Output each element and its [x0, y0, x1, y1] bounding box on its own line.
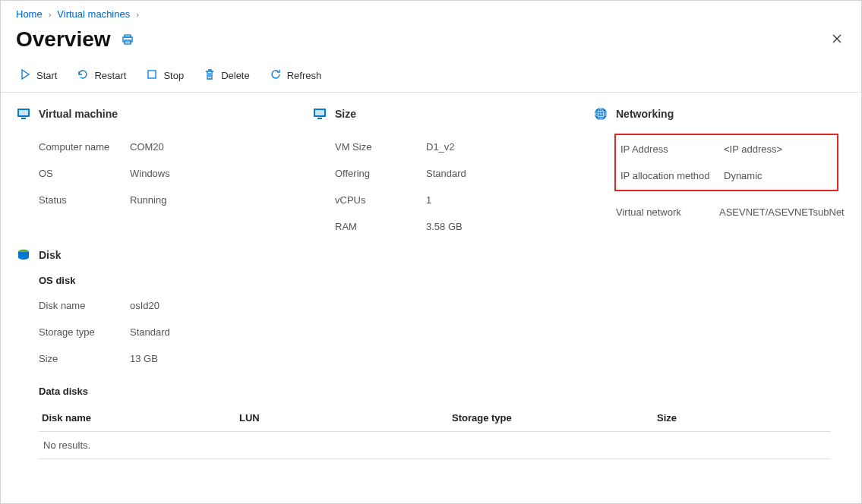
- svg-rect-5: [19, 110, 28, 115]
- offering-label: Offering: [335, 168, 426, 179]
- disk-name-value: osId20: [130, 300, 159, 311]
- refresh-icon: [270, 68, 282, 83]
- ip-allocation-label: IP allocation method: [620, 170, 724, 181]
- size-section: Size VM Size D1_v2 Offering Standard vCP…: [312, 106, 586, 240]
- status-label: Status: [39, 194, 130, 206]
- chevron-right-icon: ›: [49, 10, 52, 19]
- breadcrumb-virtual-machines[interactable]: Virtual machines: [57, 8, 130, 20]
- refresh-label: Refresh: [287, 70, 322, 81]
- vm-status-row: Status Running: [16, 187, 305, 213]
- disk-icon: [16, 247, 31, 263]
- storage-type-label: Storage type: [39, 326, 130, 338]
- vm-size-label: VM Size: [335, 141, 426, 153]
- restart-button[interactable]: Restart: [74, 67, 129, 84]
- ram-value: 3.58 GB: [426, 221, 463, 232]
- networking-section: Networking IP Address <IP address> IP al…: [593, 106, 846, 240]
- virtual-network-label: Virtual network: [616, 206, 719, 218]
- page-header: Overview: [1, 24, 861, 59]
- size-section-title: Size: [335, 108, 356, 120]
- vm-section: Virtual machine Computer name COM20 OS W…: [16, 106, 305, 240]
- virtual-network-value: ASEVNET/ASEVNETsubNet: [719, 206, 845, 218]
- vm-size-row: VM Size D1_v2: [312, 134, 586, 160]
- col-storage-type: Storage type: [452, 412, 657, 424]
- disk-size-row: Size 13 GB: [16, 345, 846, 372]
- print-icon[interactable]: [122, 33, 134, 46]
- col-lun: LUN: [239, 412, 452, 424]
- svg-rect-8: [315, 110, 324, 115]
- ip-allocation-value: Dynamic: [724, 170, 763, 181]
- refresh-button[interactable]: Refresh: [267, 67, 325, 84]
- chevron-right-icon: ›: [136, 10, 139, 19]
- data-disks-subtitle: Data disks: [39, 386, 846, 397]
- ip-allocation-row: IP allocation method Dynamic: [620, 162, 832, 189]
- offering-row: Offering Standard: [312, 160, 586, 187]
- no-results-row: No results.: [39, 432, 831, 459]
- os-disk-subtitle: OS disk: [39, 275, 846, 286]
- breadcrumb-home[interactable]: Home: [16, 8, 43, 20]
- disk-section: Disk OS disk Disk name osId20 Storage ty…: [1, 240, 861, 459]
- stop-icon: [146, 68, 158, 83]
- storage-type-row: Storage type Standard: [16, 319, 846, 345]
- ram-row: RAM 3.58 GB: [312, 213, 586, 240]
- restart-icon: [77, 68, 89, 83]
- stop-button[interactable]: Stop: [143, 67, 187, 84]
- stop-label: Stop: [163, 70, 184, 81]
- ip-address-row: IP Address <IP address>: [620, 136, 832, 162]
- vm-os-row: OS Windows: [16, 160, 305, 187]
- close-button[interactable]: [828, 30, 846, 50]
- trash-icon: [204, 68, 216, 83]
- status-value: Running: [130, 194, 166, 206]
- vm-computer-name-row: Computer name COM20: [16, 134, 305, 160]
- vcpus-row: vCPUs 1: [312, 187, 586, 213]
- disk-size-label: Size: [39, 353, 130, 364]
- disk-name-label: Disk name: [39, 300, 130, 311]
- ip-address-label: IP Address: [620, 143, 724, 155]
- delete-label: Delete: [221, 70, 250, 81]
- ram-label: RAM: [335, 221, 426, 232]
- toolbar: Start Restart Stop Delete Refresh: [1, 59, 861, 93]
- os-value: Windows: [130, 168, 170, 179]
- disk-name-row: Disk name osId20: [16, 292, 846, 319]
- ip-address-value: <IP address>: [724, 143, 782, 155]
- networking-highlight-box: IP Address <IP address> IP allocation me…: [614, 134, 838, 191]
- computer-name-label: Computer name: [39, 141, 130, 153]
- networking-section-title: Networking: [616, 108, 674, 120]
- table-header-row: Disk name LUN Storage type Size: [39, 405, 831, 432]
- svg-rect-6: [21, 118, 26, 119]
- vm-size-value: D1_v2: [426, 141, 455, 153]
- os-label: OS: [39, 168, 130, 179]
- globe-icon: [593, 106, 608, 121]
- start-label: Start: [36, 70, 57, 81]
- computer-name-value: COM20: [130, 141, 164, 153]
- breadcrumb: Home › Virtual machines ›: [1, 1, 861, 24]
- start-button[interactable]: Start: [16, 67, 60, 84]
- svg-rect-9: [317, 118, 322, 119]
- virtual-network-row: Virtual network ASEVNET/ASEVNETsubNet: [593, 199, 846, 225]
- disk-section-title: Disk: [39, 249, 62, 261]
- restart-label: Restart: [94, 70, 126, 81]
- svg-rect-3: [148, 71, 156, 78]
- vcpus-label: vCPUs: [335, 194, 426, 206]
- col-size: Size: [657, 412, 828, 424]
- monitor-icon: [16, 106, 31, 121]
- vcpus-value: 1: [426, 194, 431, 206]
- page-title: Overview: [16, 27, 111, 52]
- storage-type-value: Standard: [130, 326, 170, 338]
- disk-size-value: 13 GB: [130, 353, 158, 364]
- offering-value: Standard: [426, 168, 466, 179]
- col-disk-name: Disk name: [42, 412, 239, 424]
- data-disks-table: Disk name LUN Storage type Size No resul…: [39, 405, 831, 459]
- play-icon: [19, 68, 31, 83]
- monitor-icon: [312, 106, 327, 121]
- delete-button[interactable]: Delete: [201, 67, 253, 84]
- vm-section-title: Virtual machine: [39, 108, 118, 120]
